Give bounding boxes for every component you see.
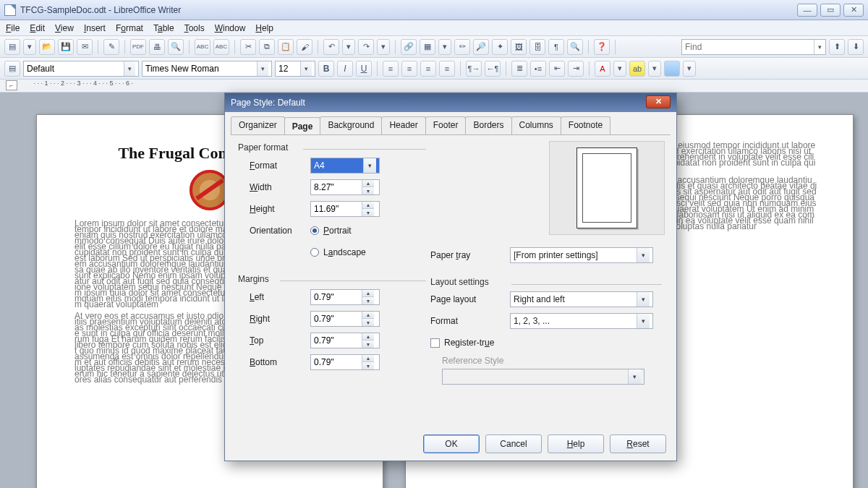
- find-dropdown-icon[interactable]: ▾: [814, 40, 825, 54]
- paper-tray-combo[interactable]: ▾: [510, 247, 653, 263]
- open-icon[interactable]: 📂: [39, 39, 55, 55]
- tab-footnote[interactable]: Footnote: [561, 116, 610, 134]
- cut-icon[interactable]: ✂: [240, 39, 256, 55]
- page-layout-combo[interactable]: ▾: [510, 291, 653, 307]
- menu-file[interactable]: File: [6, 23, 20, 33]
- copy-icon[interactable]: ⧉: [259, 39, 275, 55]
- new-icon[interactable]: ▤: [4, 39, 20, 55]
- align-center-icon[interactable]: ≡: [401, 61, 417, 77]
- dropdown-icon[interactable]: ▾: [637, 314, 650, 328]
- navigator-icon[interactable]: ✦: [492, 39, 508, 55]
- align-left-icon[interactable]: ≡: [383, 61, 399, 77]
- dropdown-icon[interactable]: ▾: [363, 158, 376, 173]
- format-combo[interactable]: ▾: [310, 158, 380, 174]
- email-icon[interactable]: ✉: [77, 39, 93, 55]
- menu-insert[interactable]: Insert: [84, 23, 106, 33]
- paragraph-style-input[interactable]: [24, 61, 124, 76]
- font-name-combo[interactable]: ▾: [142, 61, 272, 77]
- num-format-combo[interactable]: ▾: [510, 313, 653, 329]
- new-dropdown-icon[interactable]: ▾: [23, 39, 36, 55]
- show-draw-icon[interactable]: ✏: [454, 39, 470, 55]
- underline-icon[interactable]: U: [356, 61, 372, 77]
- undo-dropdown-icon[interactable]: ▾: [342, 39, 355, 55]
- margin-left-value[interactable]: [311, 292, 362, 302]
- align-justify-icon[interactable]: ≡: [439, 61, 455, 77]
- paste-icon[interactable]: 📋: [278, 39, 294, 55]
- edit-doc-icon[interactable]: ✎: [103, 39, 119, 55]
- format-value[interactable]: [311, 160, 363, 171]
- menu-tools[interactable]: Tools: [184, 23, 205, 33]
- undo-icon[interactable]: ↶: [323, 39, 339, 55]
- bg-color-icon[interactable]: [664, 61, 680, 77]
- bullets-icon[interactable]: •≡: [530, 61, 546, 77]
- font-color-icon[interactable]: A: [595, 61, 610, 77]
- dropdown-icon[interactable]: ▾: [300, 61, 312, 76]
- dropdown-icon[interactable]: ▾: [637, 248, 650, 262]
- horizontal-ruler[interactable]: ⌐ · · · 1 · · · 2 · · · 3 · · · 4 · · · …: [0, 80, 868, 93]
- menu-edit[interactable]: Edit: [30, 23, 45, 33]
- zoom-icon[interactable]: 🔍: [567, 39, 583, 55]
- menu-view[interactable]: View: [55, 23, 74, 33]
- italic-icon[interactable]: I: [337, 61, 353, 77]
- dropdown-icon[interactable]: ▾: [637, 292, 650, 307]
- spellcheck-icon[interactable]: ABC: [195, 39, 210, 55]
- spin-up-icon[interactable]: ▲: [362, 202, 374, 209]
- tab-borders[interactable]: Borders: [465, 116, 511, 134]
- reset-button[interactable]: Reset: [610, 435, 666, 453]
- tab-type-icon[interactable]: ⌐: [6, 80, 17, 90]
- datasources-icon[interactable]: 🗄: [529, 39, 545, 55]
- maximize-button[interactable]: ▭: [820, 4, 841, 17]
- height-value[interactable]: [311, 204, 362, 214]
- register-true-checkbox[interactable]: [430, 338, 440, 348]
- redo-icon[interactable]: ↷: [358, 39, 374, 55]
- clone-format-icon[interactable]: 🖌: [297, 39, 312, 55]
- find-replace-icon[interactable]: 🔎: [473, 39, 489, 55]
- font-size-input[interactable]: [276, 61, 300, 76]
- numbering-icon[interactable]: ≣: [511, 61, 527, 77]
- styles-icon[interactable]: ▤: [4, 61, 20, 77]
- page-layout-value[interactable]: [511, 294, 637, 304]
- find-next-icon[interactable]: ⬇: [848, 39, 864, 55]
- bg-color-dropdown-icon[interactable]: ▾: [683, 61, 696, 77]
- tab-columns[interactable]: Columns: [511, 116, 561, 134]
- gallery-icon[interactable]: 🖼: [511, 39, 527, 55]
- hyperlink-icon[interactable]: 🔗: [401, 39, 417, 55]
- nonprint-icon[interactable]: ¶: [548, 39, 564, 55]
- menu-table[interactable]: Table: [153, 23, 174, 33]
- find-input[interactable]: [682, 42, 814, 52]
- dropdown-icon[interactable]: ▾: [124, 61, 135, 76]
- help-button[interactable]: Help: [548, 435, 604, 453]
- spin-down-icon[interactable]: ▼: [362, 209, 374, 216]
- find-toolbar[interactable]: ▾: [681, 39, 826, 55]
- orientation-landscape-radio[interactable]: Landscape: [310, 247, 366, 257]
- num-format-value[interactable]: [511, 316, 637, 326]
- highlight-dropdown-icon[interactable]: ▾: [648, 61, 661, 77]
- height-input[interactable]: ▲▼: [310, 201, 380, 217]
- dialog-close-button[interactable]: ✕: [646, 95, 671, 108]
- spin-up-icon[interactable]: ▲: [362, 180, 374, 187]
- indent-inc-icon[interactable]: ⇥: [568, 61, 584, 77]
- cancel-button[interactable]: Cancel: [485, 435, 542, 453]
- font-size-combo[interactable]: ▾: [275, 61, 315, 77]
- find-prev-icon[interactable]: ⬆: [829, 39, 845, 55]
- menu-format[interactable]: Format: [116, 23, 143, 33]
- width-value[interactable]: [311, 182, 362, 192]
- pdf-icon[interactable]: PDF: [130, 39, 146, 55]
- margin-right-input[interactable]: ▲▼: [310, 311, 380, 327]
- indent-dec-icon[interactable]: ⇤: [549, 61, 565, 77]
- tab-organizer[interactable]: Organizer: [231, 116, 285, 134]
- paper-tray-value[interactable]: [511, 250, 637, 260]
- width-input[interactable]: ▲▼: [310, 179, 380, 195]
- paragraph-style-combo[interactable]: ▾: [23, 61, 139, 77]
- dropdown-icon[interactable]: ▾: [257, 61, 268, 76]
- menu-window[interactable]: Window: [215, 23, 246, 33]
- ok-button[interactable]: OK: [423, 435, 480, 453]
- save-icon[interactable]: 💾: [58, 39, 74, 55]
- margin-bottom-value[interactable]: [311, 357, 362, 367]
- font-name-input[interactable]: [142, 61, 257, 76]
- tab-page[interactable]: Page: [284, 117, 321, 135]
- print-icon[interactable]: 🖶: [149, 39, 165, 55]
- align-right-icon[interactable]: ≡: [420, 61, 436, 77]
- redo-dropdown-icon[interactable]: ▾: [377, 39, 390, 55]
- close-button[interactable]: ✕: [843, 4, 864, 17]
